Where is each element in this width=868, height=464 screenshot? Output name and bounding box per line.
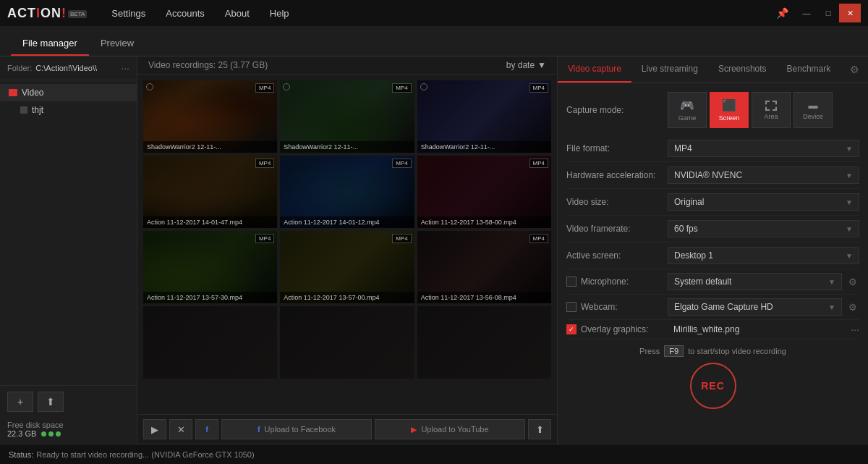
video-thumb-10[interactable] xyxy=(280,306,414,379)
tab-screenshots[interactable]: Screenshots xyxy=(708,56,777,83)
chevron-down-icon3: ▼ xyxy=(846,198,853,206)
video-thumb-11[interactable] xyxy=(417,306,551,379)
thumb-label: ShadowWarrior2 12-11-... xyxy=(417,141,551,153)
tab-video-capture[interactable]: Video capture xyxy=(558,56,631,83)
file-format-row: File format: MP4 ▼ xyxy=(566,135,859,162)
microphone-checkbox[interactable] xyxy=(566,277,576,287)
video-controls: ▶ ✕ f f Upload to Facebook ▶ Upload to Y… xyxy=(137,414,557,444)
recordings-bar: Video recordings: 25 (3.77 GB) by date ▼ xyxy=(137,56,557,75)
free-disk-label: Free disk space xyxy=(7,421,129,429)
tab-preview[interactable]: Preview xyxy=(89,32,145,56)
nav-help[interactable]: Help xyxy=(267,7,292,20)
right-panel: Video capture Live streaming Screenshots… xyxy=(557,56,868,444)
video-size-select[interactable]: Original ▼ xyxy=(668,193,859,211)
tree-item-video[interactable]: Video xyxy=(0,84,137,101)
video-thumb-7[interactable]: MP4Action 11-12-2017 13-57-00.mp4 xyxy=(280,231,414,303)
close-button[interactable]: ✕ xyxy=(839,4,861,22)
video-thumb-8[interactable]: MP4Action 11-12-2017 13-56-08.mp4 xyxy=(417,231,551,303)
folder-path: C:\Action!\Video\\ xyxy=(35,64,121,72)
device-icon: ▬ xyxy=(809,100,818,111)
thumb-badge: MP4 xyxy=(255,83,274,93)
pin-icon[interactable]: 📌 xyxy=(776,7,788,19)
tree-sub-label: thjt xyxy=(32,105,43,115)
video-thumb-1[interactable]: MP4ShadowWarrior2 12-11-... xyxy=(280,80,414,153)
video-thumb-3[interactable]: MP4Action 11-12-2017 14-01-47.mp4 xyxy=(143,156,277,228)
microphone-select[interactable]: System default ▼ xyxy=(668,273,842,290)
thumb-label: Action 11-12-2017 14-01-12.mp4 xyxy=(280,216,414,228)
capture-mode-area[interactable]: Area xyxy=(752,92,791,128)
import-button[interactable]: ⬆ xyxy=(38,392,64,412)
area-icon xyxy=(765,101,777,111)
right-tabs: Video capture Live streaming Screenshots… xyxy=(558,56,868,83)
webcam-select[interactable]: Elgato Game Capture HD ▼ xyxy=(668,298,842,316)
minimize-button[interactable]: — xyxy=(796,4,817,22)
video-thumb-2[interactable]: MP4ShadowWarrior2 12-11-... xyxy=(417,80,551,153)
capture-modes: 🎮 Game ⬛ Screen Area ▬ Device xyxy=(668,92,833,128)
settings-gear-icon[interactable]: ⚙ xyxy=(841,58,868,81)
chevron-down-icon2: ▼ xyxy=(846,172,853,180)
rec-button[interactable]: REC xyxy=(690,363,736,409)
chevron-webcam-icon: ▼ xyxy=(828,303,835,311)
add-folder-button[interactable]: + xyxy=(7,392,33,412)
play-button[interactable]: ▶ xyxy=(143,419,166,439)
nav-about[interactable]: About xyxy=(222,7,252,20)
active-screen-select[interactable]: Desktop 1 ▼ xyxy=(668,247,859,264)
file-tree: Video thjt xyxy=(0,80,137,385)
capture-mode-label: Capture mode: xyxy=(566,105,668,115)
share-button[interactable]: f xyxy=(195,419,218,439)
maximize-button[interactable]: □ xyxy=(817,4,839,22)
upload-facebook-button[interactable]: f Upload to Facebook xyxy=(221,419,372,439)
tab-live-streaming[interactable]: Live streaming xyxy=(631,56,708,83)
folder-options-icon[interactable]: ··· xyxy=(121,62,129,74)
thumb-badge: MP4 xyxy=(529,234,548,243)
tab-file-manager[interactable]: File manager xyxy=(11,32,89,56)
action-text: to start/stop video recording xyxy=(688,347,786,355)
dot-green xyxy=(41,431,46,436)
main-area: Video recordings: 25 (3.77 GB) by date ▼… xyxy=(137,56,557,444)
stop-button[interactable]: ✕ xyxy=(169,419,192,439)
active-screen-label: Active screen: xyxy=(566,250,668,261)
thumb-label: Action 11-12-2017 13-57-00.mp4 xyxy=(280,292,414,303)
overlay-options-icon[interactable]: ··· xyxy=(851,324,859,335)
overlay-row: ✓ Overlay graphics: Mirillis_white.png ·… xyxy=(566,320,859,339)
video-thumb-9[interactable] xyxy=(143,306,277,379)
webcam-gear-icon[interactable]: ⚙ xyxy=(846,300,859,315)
capture-mode-screen[interactable]: ⬛ Screen xyxy=(710,92,749,128)
folder-icon xyxy=(9,89,17,96)
overlay-checkbox[interactable]: ✓ xyxy=(566,324,576,334)
microphone-gear-icon[interactable]: ⚙ xyxy=(846,274,859,290)
video-thumb-5[interactable]: MP4Action 11-12-2017 13-58-00.mp4 xyxy=(417,156,551,228)
nav-settings[interactable]: Settings xyxy=(109,7,148,20)
tree-item-thjt[interactable]: thjt xyxy=(0,101,137,119)
thumb-badge: MP4 xyxy=(392,234,411,243)
video-framerate-select[interactable]: 60 fps ▼ xyxy=(668,220,859,237)
upload-youtube-button[interactable]: ▶ Upload to YouTube xyxy=(375,419,525,439)
file-format-value: MP4 xyxy=(674,143,692,153)
tree-item-label: Video xyxy=(22,88,43,98)
nav-accounts[interactable]: Accounts xyxy=(163,7,207,20)
titlebar: ACTION! BETA Settings Accounts About Hel… xyxy=(0,0,868,26)
chevron-mic-icon: ▼ xyxy=(828,278,835,286)
capture-mode-game[interactable]: 🎮 Game xyxy=(668,92,707,128)
press-text: Press xyxy=(639,347,660,355)
sort-label: by date xyxy=(506,60,535,70)
sort-chevron-icon: ▼ xyxy=(537,60,546,70)
video-thumb-4[interactable]: MP4Action 11-12-2017 14-01-12.mp4 xyxy=(280,156,414,228)
disk-status-dots xyxy=(41,431,61,436)
video-thumb-0[interactable]: MP4ShadowWarrior2 12-11-... xyxy=(143,80,277,153)
webcam-checkbox[interactable] xyxy=(566,302,576,312)
webcam-row: Webcam: Elgato Game Capture HD ▼ ⚙ xyxy=(566,295,859,320)
thumb-badge: MP4 xyxy=(529,159,548,168)
capture-mode-device[interactable]: ▬ Device xyxy=(793,92,833,128)
game-icon: 🎮 xyxy=(680,98,694,112)
thumb-label: Action 11-12-2017 13-58-00.mp4 xyxy=(417,216,551,228)
export-button[interactable]: ⬆ xyxy=(528,419,551,439)
tab-benchmark[interactable]: Benchmark xyxy=(777,56,841,83)
file-format-select[interactable]: MP4 ▼ xyxy=(668,140,859,157)
hardware-accel-select[interactable]: NVIDIA® NVENC ▼ xyxy=(668,166,859,184)
app-logo: ACTION! BETA xyxy=(7,6,87,21)
video-thumb-6[interactable]: MP4Action 11-12-2017 13-57-30.mp4 xyxy=(143,231,277,303)
sort-button[interactable]: by date ▼ xyxy=(506,60,546,70)
thumb-label: Action 11-12-2017 13-56-08.mp4 xyxy=(417,292,551,303)
sidebar: Folder: C:\Action!\Video\\ ··· Video thj… xyxy=(0,56,137,444)
